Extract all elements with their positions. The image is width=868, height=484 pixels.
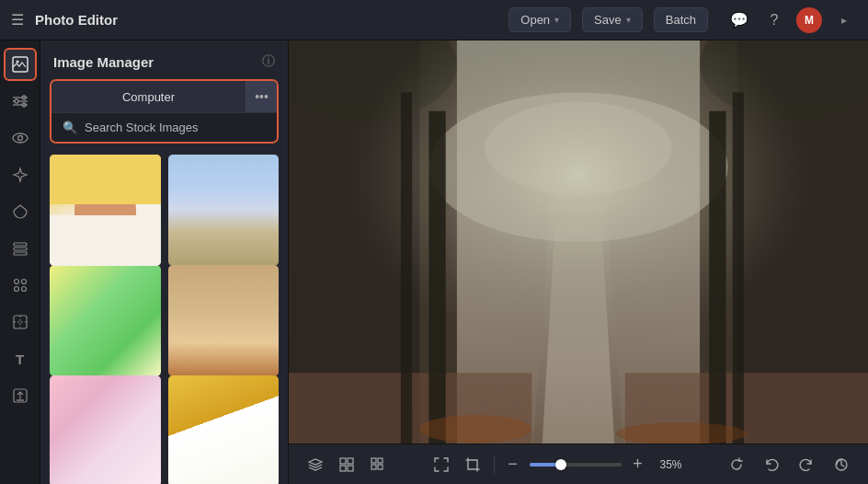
save-chevron-icon: ▾ bbox=[626, 15, 631, 25]
sidebar-item-image-manager[interactable] bbox=[4, 48, 37, 81]
svg-rect-13 bbox=[14, 243, 27, 246]
svg-rect-45 bbox=[348, 466, 353, 471]
iconbar: T bbox=[0, 40, 40, 484]
canvas-area: − + 35% bbox=[289, 40, 868, 484]
sidebar-item-export[interactable] bbox=[4, 379, 37, 412]
sidebar-item-objects[interactable] bbox=[4, 269, 37, 302]
sidebar-title: Image Manager bbox=[53, 54, 255, 70]
sidebar-item-mask[interactable] bbox=[4, 305, 37, 339]
topbar: ☰ Photo Editor Open ▾ Save ▾ Batch 💬 ? M… bbox=[0, 0, 868, 40]
collapse-icon[interactable]: ▸ bbox=[831, 7, 857, 33]
svg-point-17 bbox=[21, 280, 26, 284]
bottom-right-icons bbox=[721, 449, 857, 480]
dropdown-row: Computer ••• bbox=[51, 81, 277, 112]
sidebar-item-adjustments[interactable] bbox=[4, 85, 37, 118]
svg-rect-43 bbox=[348, 458, 353, 464]
grid-bottom-icon[interactable] bbox=[362, 449, 394, 480]
zoom-out-button[interactable]: − bbox=[500, 452, 526, 478]
open-chevron-icon: ▾ bbox=[554, 15, 559, 25]
image-grid bbox=[40, 149, 288, 484]
redo-icon[interactable] bbox=[791, 449, 822, 480]
thumbnail-4[interactable] bbox=[168, 265, 280, 376]
zoom-slider[interactable] bbox=[530, 463, 622, 467]
sidebar-item-view[interactable] bbox=[4, 121, 37, 155]
crop-icon[interactable] bbox=[457, 449, 488, 480]
canvas-viewport bbox=[289, 40, 868, 444]
main-layout: T Image Manager ⓘ Computer ••• 🔍 bbox=[0, 40, 868, 484]
sidebar-item-ai[interactable] bbox=[4, 158, 37, 191]
undo-icon[interactable] bbox=[756, 449, 787, 480]
thumbnail-3[interactable] bbox=[50, 265, 161, 376]
svg-rect-35 bbox=[289, 40, 868, 444]
search-stock-row[interactable]: 🔍 Search Stock Images bbox=[51, 112, 277, 142]
svg-point-12 bbox=[17, 136, 22, 141]
svg-rect-44 bbox=[340, 466, 346, 471]
search-icon: 🔍 bbox=[63, 121, 77, 134]
sidebar-panel: Image Manager ⓘ Computer ••• 🔍 Search St… bbox=[40, 40, 289, 484]
svg-rect-47 bbox=[378, 458, 383, 463]
chat-icon[interactable]: 💬 bbox=[726, 7, 752, 33]
help-icon[interactable]: ? bbox=[761, 7, 787, 33]
app-title: Photo Editor bbox=[35, 12, 118, 28]
svg-rect-36 bbox=[428, 111, 445, 444]
zoom-percent: 35% bbox=[660, 458, 690, 471]
dropdown-selected[interactable]: Computer bbox=[51, 83, 246, 111]
thumbnail-6[interactable] bbox=[168, 375, 280, 484]
canvas-image bbox=[289, 40, 868, 444]
svg-rect-15 bbox=[14, 252, 27, 255]
layers-bottom-icon[interactable] bbox=[300, 449, 331, 480]
info-icon[interactable]: ⓘ bbox=[262, 53, 275, 70]
bottombar: − + 35% bbox=[289, 444, 868, 484]
svg-point-16 bbox=[14, 280, 18, 284]
save-button[interactable]: Save ▾ bbox=[582, 7, 643, 32]
sidebar-item-layers[interactable] bbox=[4, 232, 37, 265]
dropdown-more-button[interactable]: ••• bbox=[246, 81, 277, 112]
refresh-icon[interactable] bbox=[721, 449, 752, 480]
menu-icon[interactable]: ☰ bbox=[11, 11, 24, 29]
open-button[interactable]: Open ▾ bbox=[508, 7, 571, 32]
svg-rect-46 bbox=[371, 458, 376, 463]
zoom-controls: − + 35% bbox=[500, 452, 690, 478]
svg-point-2 bbox=[15, 99, 18, 103]
svg-point-11 bbox=[13, 133, 28, 143]
svg-rect-20 bbox=[14, 316, 27, 328]
thumbnail-1[interactable] bbox=[50, 155, 161, 266]
svg-rect-14 bbox=[14, 248, 27, 250]
history-icon[interactable] bbox=[826, 449, 857, 480]
svg-rect-39 bbox=[733, 92, 744, 444]
avatar[interactable]: M bbox=[796, 7, 822, 33]
svg-point-18 bbox=[14, 287, 18, 292]
thumbnail-5[interactable] bbox=[50, 375, 161, 484]
sidebar-header: Image Manager ⓘ bbox=[40, 40, 288, 79]
source-dropdown: Computer ••• 🔍 Search Stock Images bbox=[50, 79, 279, 144]
svg-point-40 bbox=[419, 415, 531, 443]
svg-rect-49 bbox=[378, 465, 383, 469]
svg-point-1 bbox=[16, 61, 18, 63]
sidebar-item-text[interactable]: T bbox=[4, 342, 37, 375]
svg-rect-42 bbox=[340, 458, 346, 464]
search-stock-label: Search Stock Images bbox=[85, 121, 199, 134]
svg-point-19 bbox=[21, 287, 26, 292]
frames-bottom-icon[interactable] bbox=[331, 449, 362, 480]
svg-rect-48 bbox=[371, 465, 376, 469]
sidebar-item-effects[interactable] bbox=[4, 195, 37, 228]
svg-rect-38 bbox=[709, 111, 725, 444]
thumbnail-2[interactable] bbox=[168, 155, 280, 266]
svg-rect-37 bbox=[401, 92, 412, 444]
topbar-icons: 💬 ? M ▸ bbox=[726, 7, 857, 33]
batch-button[interactable]: Batch bbox=[654, 7, 708, 32]
zoom-in-button[interactable]: + bbox=[625, 452, 651, 478]
fit-screen-icon[interactable] bbox=[426, 449, 457, 480]
